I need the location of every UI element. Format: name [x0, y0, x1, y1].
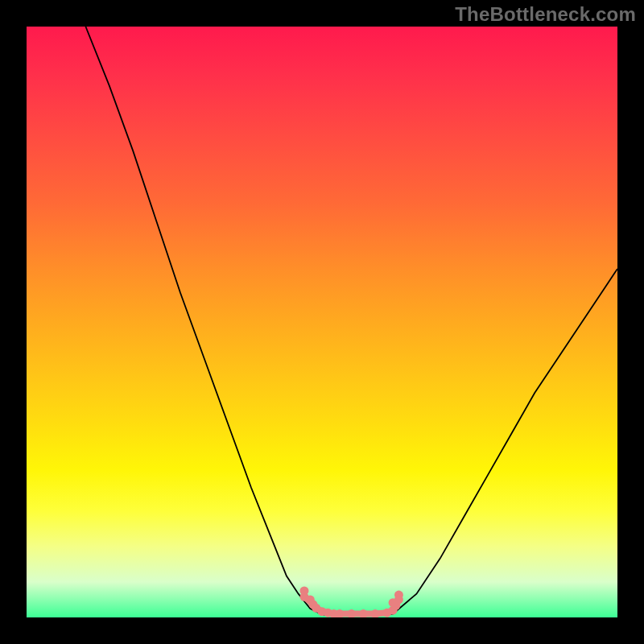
- bottom-cluster-dot: [389, 598, 398, 607]
- curve-layer: [85, 27, 617, 616]
- bottom-cluster-dot: [359, 609, 368, 617]
- chart-svg: [27, 27, 617, 617]
- bottleneck-curve: [85, 27, 617, 616]
- bottom-cluster-dot: [306, 595, 315, 604]
- bottom-cluster-dot: [394, 591, 403, 600]
- bottom-cluster-dot: [347, 609, 356, 617]
- watermark-text: TheBottleneck.com: [455, 3, 636, 26]
- bottom-cluster-dot: [299, 586, 308, 595]
- chart-frame: TheBottleneck.com: [0, 0, 644, 644]
- plot-area: [27, 27, 617, 617]
- marker-layer: [299, 586, 402, 617]
